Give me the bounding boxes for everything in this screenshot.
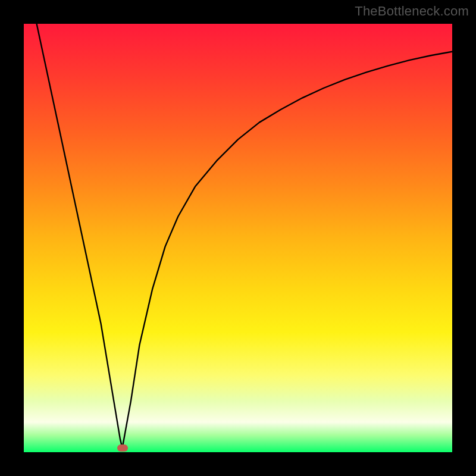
bottleneck-curve [24, 24, 452, 452]
watermark-text: TheBottleneck.com [355, 4, 469, 19]
chart-frame: TheBottleneck.com [0, 0, 476, 476]
plot-area [24, 24, 452, 452]
optimal-marker [117, 444, 128, 452]
